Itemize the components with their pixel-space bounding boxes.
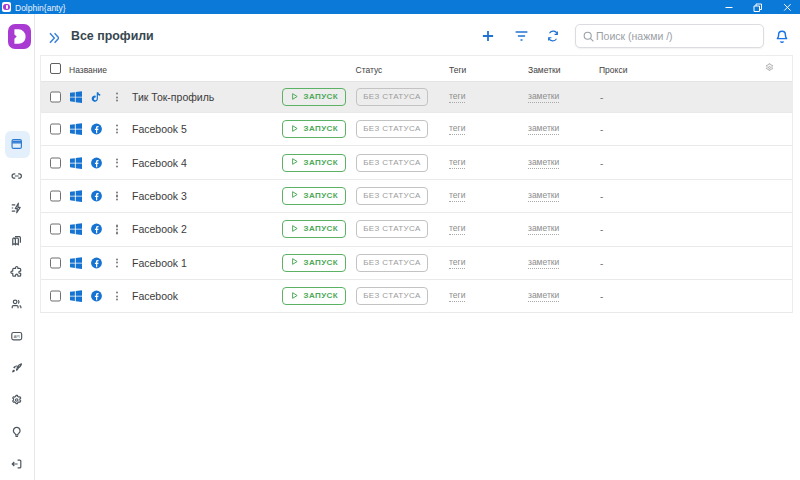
svg-text:API: API bbox=[14, 335, 20, 339]
